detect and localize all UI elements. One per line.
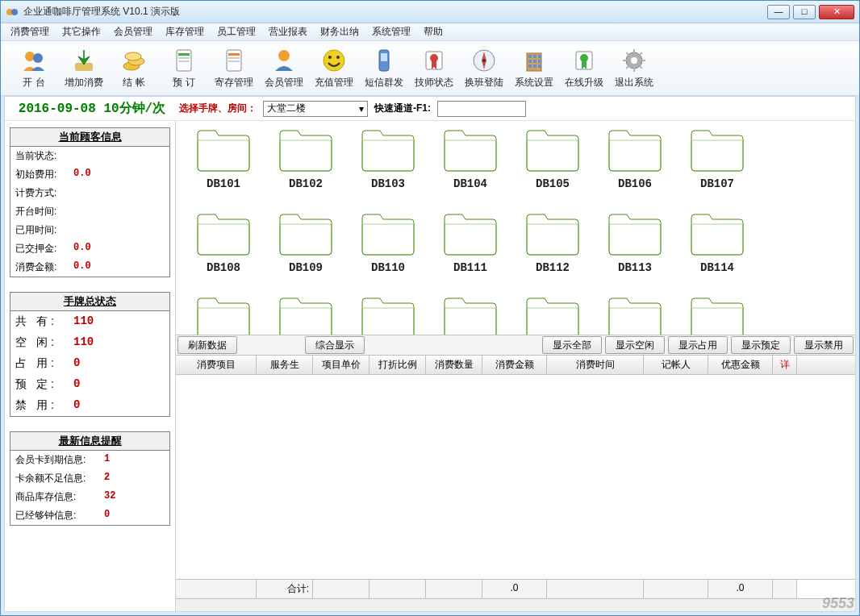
tool-settings[interactable]: 系统设置 [511,45,557,92]
th-6[interactable]: 消费时间 [547,356,644,374]
tool-recharge[interactable]: 充值管理 [311,45,357,92]
tool-sms[interactable]: 短信群发 [361,45,407,92]
menu-系统管理[interactable]: 系统管理 [365,23,417,40]
th-7[interactable]: 记帐人 [644,356,708,374]
svg-point-18 [324,50,344,71]
tool-shift[interactable]: 换班登陆 [461,45,507,92]
tool-label: 在线升级 [565,76,603,89]
sum-cell [426,580,482,598]
folder-item[interactable]: DB119 [511,293,594,335]
menu-财务出纳[interactable]: 财务出纳 [314,23,365,40]
room-select[interactable]: 大堂二楼 ▾ [263,101,368,117]
folder-item[interactable]: DB105 [511,126,594,210]
sum-cell: .0 [708,580,773,598]
summary-row: 合计:.0.0 [176,579,855,598]
tool-checkout[interactable]: 结 帐 [111,45,157,92]
filter-btn-1[interactable]: 综合显示 [305,336,365,354]
folder-item[interactable]: DB103 [347,126,429,210]
quick-input[interactable] [437,101,526,117]
folder-item[interactable]: DB112 [511,210,594,293]
info-row: 商品库存信息:32 [10,488,169,506]
folder-item[interactable]: DB111 [429,210,511,293]
stat-row: 禁 用:0 [10,395,169,416]
content-area: 2016-09-08 10分钟/次 选择手牌、房间： 大堂二楼 ▾ 快速通道-F… [4,96,856,612]
svg-rect-35 [533,65,536,68]
menu-库存管理[interactable]: 库存管理 [159,23,211,40]
svg-point-8 [125,52,141,60]
tool-add-consume[interactable]: 增加消费 [61,45,107,92]
folder-item[interactable]: DB108 [182,210,265,293]
folder-item[interactable]: DB101 [182,126,265,210]
tool-tech-status[interactable]: 技师状态 [411,45,457,92]
folder-item[interactable]: DB106 [594,126,676,210]
folder-item[interactable]: DB113 [594,210,676,293]
filter-btn-3[interactable]: 显示空闲 [605,336,665,354]
th-4[interactable]: 消费数量 [426,356,482,374]
doc-orange-icon [220,47,248,74]
maximize-button[interactable]: □ [793,5,816,19]
tool-upgrade[interactable]: 在线升级 [561,45,607,92]
folder-label: DB104 [453,177,487,190]
tool-label: 寄存管理 [215,76,253,89]
svg-rect-45 [633,67,635,72]
th-1[interactable]: 服务生 [257,356,313,374]
filter-btn-0[interactable]: 刷新数据 [177,336,237,354]
filter-btn-4[interactable]: 显示占用 [668,336,728,354]
filter-btn-6[interactable]: 显示禁用 [794,336,854,354]
folder-icon [524,295,582,335]
th-5[interactable]: 消费金额 [482,356,547,374]
th-0[interactable]: 消费项目 [176,356,257,374]
menu-营业报表[interactable]: 营业报表 [262,23,314,40]
folder-item[interactable]: DB109 [265,210,347,293]
menu-会员管理[interactable]: 会员管理 [107,23,159,40]
folder-label: DB113 [618,261,652,274]
close-button[interactable]: ✕ [819,5,854,19]
folder-icon [441,211,499,256]
svg-rect-11 [178,57,190,59]
tool-member[interactable]: 会员管理 [261,45,307,92]
tool-open-table[interactable]: 开 台 [10,45,57,92]
th-3[interactable]: 打折比例 [369,356,426,374]
svg-rect-47 [623,60,628,61]
sum-cell [547,580,644,598]
folder-label: DB107 [700,177,734,190]
customer-info-box: 当前顾客信息 当前状态:初始费用:0.0计费方式:开台时间:已用时间:已交押金:… [10,127,170,277]
svg-point-38 [580,54,588,62]
tool-reserve[interactable]: 预 订 [161,45,207,92]
menu-员工管理[interactable]: 员工管理 [211,23,262,40]
svg-point-3 [25,52,35,61]
folder-item[interactable]: DB107 [676,126,758,210]
menu-消费管理[interactable]: 消费管理 [4,23,56,40]
folder-icon [359,295,417,335]
info-row: 初始费用:0.0 [10,165,169,184]
th-9[interactable]: 详 [773,356,797,374]
folder-item[interactable]: DB120 [594,293,676,335]
folder-icon [277,295,335,335]
svg-rect-43 [641,60,645,61]
doc-green-icon [170,47,198,74]
menu-帮助[interactable]: 帮助 [417,23,449,40]
menu-其它操作[interactable]: 其它操作 [56,23,107,40]
folder-label: DB103 [371,177,405,190]
folder-item[interactable]: DB116 [265,293,347,335]
folder-item[interactable]: DB104 [429,126,511,210]
tool-exit[interactable]: 退出系统 [611,45,658,92]
folder-item[interactable]: DB110 [347,210,429,293]
th-8[interactable]: 优惠金额 [708,356,773,374]
folder-item[interactable]: DB118 [429,293,511,335]
top-row: 2016-09-08 10分钟/次 选择手牌、房间： 大堂二楼 ▾ 快速通道-F… [5,97,855,121]
sum-cell: .0 [482,580,547,598]
folder-item[interactable]: DB102 [265,126,347,210]
folder-item[interactable]: DB121 [676,293,758,335]
svg-point-2 [11,9,18,15]
tool-deposit[interactable]: 寄存管理 [211,45,257,92]
arrow-down-icon [70,47,98,74]
filter-btn-2[interactable]: 显示全部 [542,336,602,354]
folder-item[interactable]: DB117 [347,293,429,335]
folder-item[interactable]: DB115 [182,293,265,335]
minimize-button[interactable]: — [767,5,790,19]
horizontal-scrollbar[interactable] [176,598,855,611]
filter-btn-5[interactable]: 显示预定 [731,336,791,354]
th-2[interactable]: 项目单价 [313,356,369,374]
folder-item[interactable]: DB114 [676,210,758,293]
